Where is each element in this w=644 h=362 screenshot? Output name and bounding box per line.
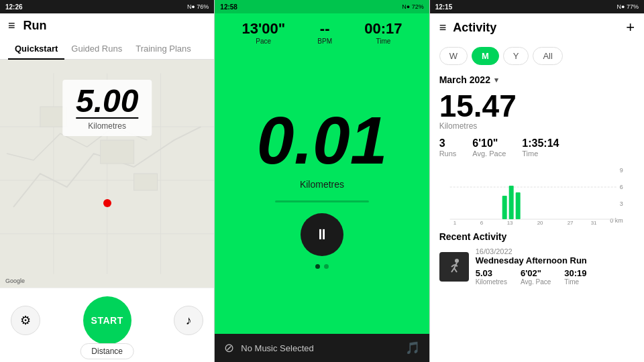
activity-time-label: Time — [564, 278, 586, 286]
time-stat: 00:17 Time — [364, 20, 402, 45]
status-time-3: 12:15 — [435, 3, 453, 11]
music-add-icon[interactable]: 🎵 — [405, 341, 420, 355]
status-bar-3: 12:15 N● 77% — [430, 0, 644, 13]
recent-activity-header: Recent Activity — [439, 231, 635, 242]
menu-icon[interactable]: ≡ — [8, 19, 15, 33]
distance-display: 5.00 Kilometres — [62, 80, 152, 136]
google-logo: Google — [5, 278, 25, 284]
add-activity-button[interactable]: + — [626, 19, 635, 36]
period-tab-y[interactable]: Y — [503, 47, 529, 65]
svg-text:20: 20 — [537, 220, 543, 226]
music-text: No Music Selected — [241, 343, 398, 353]
svg-text:13: 13 — [506, 220, 513, 226]
svg-text:0 km: 0 km — [610, 217, 623, 224]
total-time-label: Time — [522, 149, 559, 158]
svg-text:1: 1 — [453, 220, 456, 226]
month-header[interactable]: March 2022 ▾ — [439, 74, 635, 85]
svg-text:3: 3 — [619, 200, 623, 207]
tab-quickstart[interactable]: Quickstart — [8, 38, 64, 59]
status-icons-3: N● 77% — [617, 3, 639, 10]
bpm-value: -- — [317, 20, 332, 38]
activity-details: 16/03/2022 Wednesday Afternoon Run 5.03 … — [476, 247, 635, 286]
main-distance-value: 0.01 — [257, 107, 388, 174]
total-km-unit: Kilometres — [439, 121, 635, 131]
activity-km-label: Kilometres — [476, 278, 507, 286]
svg-rect-9 — [134, 174, 158, 190]
time-label: Time — [364, 38, 402, 45]
activity-km-value: 5.03 — [476, 268, 507, 278]
distance-unit: Kilometres — [76, 121, 138, 131]
status-time-2: 12:58 — [220, 3, 237, 11]
activity-pace-value: 6'02" — [521, 268, 551, 278]
avg-pace-label: Avg. Pace — [472, 149, 506, 158]
month-label: March 2022 — [439, 74, 490, 85]
activity-item[interactable]: 16/03/2022 Wednesday Afternoon Run 5.03 … — [439, 247, 635, 286]
svg-text:6: 6 — [619, 184, 623, 190]
status-time-1: 12:26 — [5, 3, 23, 11]
pause-button[interactable]: ⏸ — [301, 213, 343, 256]
run-tabs: Quickstart Guided Runs Training Plans — [0, 38, 214, 60]
bpm-label: BPM — [317, 38, 332, 45]
svg-text:31: 31 — [590, 220, 596, 226]
activity-name: Wednesday Afternoon Run — [476, 255, 635, 265]
main-km-label: Kilometres — [300, 179, 344, 190]
avg-pace-stat: 6'10" Avg. Pace — [472, 137, 506, 158]
activity-time-stat: 30:19 Time — [564, 268, 586, 286]
distance-pill[interactable]: Distance — [80, 343, 134, 359]
phone-run: 12:26 N● 76% ≡ Run Quickstart Guided Run… — [0, 0, 214, 362]
phone-activity: 12:15 N● 77% ≡ Activity + W M Y All Marc… — [429, 0, 644, 362]
activity-chart: 9 6 3 0 km 1 6 13 20 27 31 — [439, 166, 635, 226]
runs-stat: 3 Runs — [439, 137, 457, 158]
bottom-area: ⚙ START ♪ Distance — [0, 288, 214, 362]
run-app-header: ≡ Run — [0, 13, 214, 38]
activity-km-stat: 5.03 Kilometres — [476, 268, 507, 286]
period-tabs: W M Y All — [430, 42, 644, 70]
chevron-down-icon: ▾ — [494, 76, 498, 84]
no-music-icon: ⊘ — [224, 341, 234, 355]
pace-stat: 13'00" Pace — [241, 20, 285, 45]
status-bar-2: 12:58 N● 72% — [215, 0, 429, 13]
pause-icon: ⏸ — [315, 226, 329, 243]
start-button[interactable]: START — [83, 296, 131, 345]
svg-line-29 — [451, 265, 454, 267]
period-tab-w[interactable]: W — [439, 47, 468, 65]
music-bar[interactable]: ⊘ No Music Selected 🎵 — [215, 334, 429, 362]
pace-label: Pace — [241, 38, 285, 45]
svg-rect-23 — [508, 186, 513, 219]
svg-rect-24 — [515, 192, 520, 219]
run-stats-bar: 13'00" Pace -- BPM 00:17 Time — [215, 13, 429, 49]
time-value: 00:17 — [364, 20, 402, 38]
svg-rect-22 — [502, 196, 506, 219]
settings-icon: ⚙ — [20, 313, 31, 328]
svg-text:6: 6 — [480, 220, 483, 226]
page-dots — [315, 256, 329, 277]
distance-value: 5.00 — [76, 85, 138, 117]
svg-text:9: 9 — [619, 167, 623, 174]
activity-app-header: ≡ Activity + — [430, 13, 644, 42]
settings-button[interactable]: ⚙ — [11, 306, 40, 335]
status-bar-1: 12:26 N● 76% — [0, 0, 214, 13]
period-tab-all[interactable]: All — [533, 47, 562, 65]
period-tab-m[interactable]: M — [472, 47, 499, 65]
music-button[interactable]: ♪ — [174, 306, 203, 335]
svg-point-25 — [455, 259, 459, 263]
status-icons-2: N● 72% — [402, 3, 423, 10]
activity-pace-stat: 6'02" Avg. Pace — [521, 268, 551, 286]
start-label: START — [91, 315, 123, 326]
activity-header-left: ≡ Activity — [439, 21, 497, 35]
tab-training-plans[interactable]: Training Plans — [129, 38, 198, 59]
svg-line-28 — [454, 268, 457, 272]
activity-title: Activity — [453, 21, 496, 35]
avg-pace-value: 6'10" — [472, 137, 506, 149]
progress-line — [275, 200, 369, 202]
tab-guided-runs[interactable]: Guided Runs — [64, 38, 129, 59]
music-icon: ♪ — [186, 314, 192, 328]
status-icons-1: N● 76% — [187, 3, 209, 10]
activity-time-value: 30:19 — [564, 268, 586, 278]
activity-menu-icon[interactable]: ≡ — [439, 21, 447, 35]
bpm-stat: -- BPM — [317, 20, 332, 45]
runs-label: Runs — [439, 149, 457, 158]
map-area: 5.00 Kilometres Google — [0, 60, 214, 288]
total-km-value: 15.47 — [439, 90, 635, 121]
pace-value: 13'00" — [241, 20, 285, 38]
